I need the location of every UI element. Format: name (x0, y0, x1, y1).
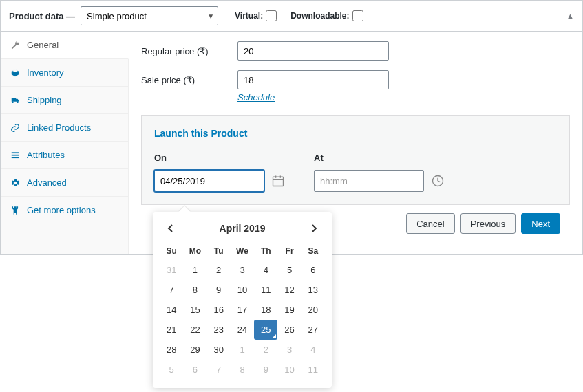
sale-price-input[interactable] (237, 70, 389, 89)
sidebar-item-label: Get more options (27, 205, 96, 215)
sidebar-item-label: Shipping (27, 95, 62, 105)
launch-box: Launch this Product On At (141, 115, 570, 205)
dow-header: Th (254, 242, 277, 255)
dow-header: Mo (183, 242, 206, 255)
product-type-select[interactable]: Simple product (81, 6, 218, 25)
sidebar-item-shipping[interactable]: Shipping (1, 87, 128, 114)
launch-date-input[interactable] (154, 170, 264, 192)
sidebar-item-attributes[interactable]: Attributes (1, 142, 128, 169)
dow-header: Fr (277, 242, 301, 255)
cancel-button[interactable]: Cancel (406, 213, 454, 234)
svg-rect-0 (12, 152, 19, 153)
dow-header: Tu (207, 242, 231, 255)
schedule-link[interactable]: Schedule (237, 92, 570, 102)
clock-icon[interactable] (430, 173, 446, 189)
virtual-toggle[interactable]: Virtual: (235, 10, 277, 21)
svg-rect-1 (12, 154, 19, 155)
sale-price-label: Sale price (₹) (141, 75, 237, 85)
next-month-button[interactable] (306, 220, 322, 237)
datepicker-month: April 2019 (220, 223, 266, 234)
wrench-icon (10, 41, 21, 50)
virtual-checkbox[interactable] (266, 10, 277, 21)
sidebar: GeneralInventoryShippingLinked ProductsA… (1, 32, 129, 254)
panel-title: Product data — (9, 11, 75, 21)
datepicker-popup: April 2019 SuMoTuWeThFrSa311234567891011… (153, 212, 332, 255)
box-icon (10, 68, 21, 78)
sidebar-item-label: General (27, 40, 59, 50)
dow-header: We (231, 242, 254, 255)
on-label: On (154, 153, 286, 163)
calendar-icon[interactable] (270, 173, 286, 189)
sidebar-item-inventory[interactable]: Inventory (1, 59, 128, 87)
launch-heading: Launch this Product (154, 128, 557, 139)
next-button[interactable]: Next (521, 213, 560, 234)
dow-header: Su (160, 242, 183, 255)
gear-icon (10, 178, 21, 188)
collapse-icon[interactable]: ▲ (566, 12, 574, 20)
list-icon (10, 151, 21, 160)
regular-price-input[interactable] (237, 41, 389, 61)
sidebar-item-general[interactable]: General (1, 32, 129, 59)
sidebar-item-label: Inventory (27, 67, 63, 78)
sidebar-item-advanced[interactable]: Advanced (1, 169, 128, 197)
launch-time-input[interactable] (314, 170, 424, 192)
panel-header: Product data — Simple product ▼ Virtual:… (1, 1, 582, 32)
sidebar-item-label: Attributes (27, 150, 65, 160)
dow-header: Sa (301, 242, 325, 255)
sidebar-item-get-more-options[interactable]: Get more options (1, 197, 128, 224)
svg-rect-3 (273, 177, 284, 186)
truck-icon (10, 96, 21, 105)
previous-button[interactable]: Previous (460, 213, 516, 234)
svg-line-12 (438, 181, 440, 182)
datepicker-grid: SuMoTuWeThFrSa31123456789101112131415161… (160, 242, 325, 255)
svg-rect-2 (12, 157, 19, 158)
prev-month-button[interactable] (162, 220, 179, 237)
link-icon (10, 123, 21, 133)
downloadable-toggle[interactable]: Downloadable: (290, 10, 363, 21)
plugin-icon (10, 206, 21, 215)
downloadable-checkbox[interactable] (352, 10, 363, 21)
sidebar-item-label: Linked Products (27, 122, 91, 133)
sidebar-item-label: Advanced (27, 177, 67, 188)
regular-price-label: Regular price (₹) (141, 46, 237, 56)
at-label: At (314, 153, 446, 163)
sidebar-item-linked-products[interactable]: Linked Products (1, 114, 128, 142)
